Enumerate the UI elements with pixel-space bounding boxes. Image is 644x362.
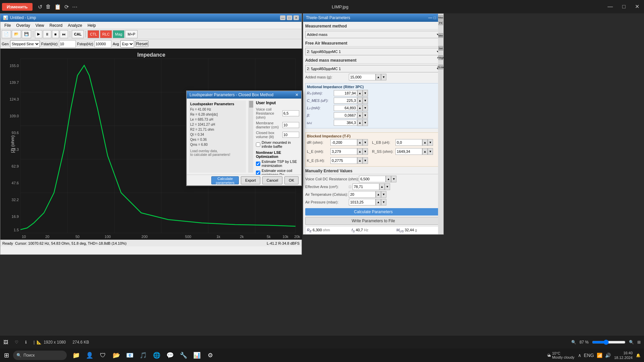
pause-button[interactable]: ⏸ [43, 30, 51, 38]
open-button[interactable]: 📂 [12, 30, 21, 38]
fstart-input[interactable] [59, 40, 76, 48]
closed-box-input[interactable] [282, 132, 299, 138]
rss-input[interactable] [395, 148, 422, 155]
taskbar-app5[interactable]: ⚙ [204, 349, 216, 361]
zoom-slider[interactable] [592, 340, 626, 345]
rss-down[interactable]: ▼ [428, 148, 433, 155]
leb-up[interactable]: ▲ [422, 139, 428, 146]
driver-baffle-checkbox[interactable] [256, 142, 260, 147]
more-icon[interactable]: ⋯ [72, 4, 77, 10]
air-pressure-input[interactable] [349, 199, 376, 205]
limp-minimize[interactable]: — [280, 15, 285, 20]
dr-up[interactable]: ▲ [357, 139, 363, 146]
mp-button[interactable]: M+P [125, 30, 138, 38]
maximize-button[interactable]: □ [618, 0, 630, 13]
estimate-tsp-checkbox[interactable] [256, 162, 260, 166]
membrane-input[interactable] [282, 122, 299, 128]
limp-maximize[interactable]: □ [287, 15, 292, 20]
tray-chevron[interactable]: ∧ [578, 353, 581, 358]
ts-minimize[interactable]: — [428, 15, 432, 20]
ok-button[interactable]: OK [284, 176, 299, 184]
taskbar-app2[interactable]: 💬 [164, 349, 176, 361]
calculate-params-button[interactable]: Calculateparameters [211, 176, 239, 184]
lsp-scrollbar[interactable] [249, 101, 253, 173]
added-mass-up[interactable]: ▲ [376, 74, 381, 80]
avg-select[interactable]: Exp [120, 40, 134, 48]
tray-wifi[interactable]: 📶 [597, 353, 602, 358]
zoom-in-icon[interactable]: 🔍 [629, 340, 634, 345]
l0-input[interactable] [334, 105, 357, 111]
menu-file[interactable]: File [2, 22, 13, 29]
voice-coil-dc-input[interactable] [359, 176, 386, 182]
added-mass-g-input[interactable] [349, 74, 376, 80]
air-temp-input[interactable] [349, 191, 376, 198]
rotate-icon[interactable]: ⟳ [64, 4, 69, 10]
delete-icon[interactable]: 🗑 [46, 4, 51, 10]
le-up[interactable]: ▲ [357, 148, 363, 155]
free-air-select[interactable]: 2: 5дройБ0рднМС 1 [305, 48, 441, 55]
lsp-close-btn[interactable]: ✕ [295, 93, 299, 97]
menu-record[interactable]: Record [47, 22, 65, 29]
rlc-button[interactable]: RLC [100, 30, 112, 38]
minimize-button[interactable]: — [603, 0, 618, 13]
cmes-input[interactable] [334, 98, 357, 104]
fit-button[interactable]: Fit [438, 22, 443, 25]
ke-down[interactable]: ▼ [363, 157, 368, 164]
ke-up[interactable]: ▲ [357, 157, 363, 164]
voice-coil-input[interactable] [282, 110, 299, 116]
r0-up[interactable]: ▲ [357, 90, 363, 97]
change-button[interactable]: Изменить [2, 3, 33, 11]
taskbar-explorer[interactable]: 📁 [70, 349, 82, 361]
cmes-up[interactable]: ▲ [357, 97, 363, 104]
omega-down[interactable]: ▼ [363, 119, 368, 126]
record-button[interactable]: ▶ [35, 30, 42, 38]
heart-icon[interactable]: ♡ [15, 340, 18, 345]
taskbar-user[interactable]: 👤 [84, 349, 96, 361]
new-button[interactable]: 📄 [2, 30, 11, 38]
dr-input[interactable] [330, 139, 357, 146]
tray-volume[interactable]: 🔊 [605, 353, 611, 358]
l0-down[interactable]: ▼ [363, 105, 368, 111]
taskbar-app4[interactable]: 📊 [191, 349, 203, 361]
estimate-re-checkbox[interactable] [256, 171, 260, 175]
leb-down[interactable]: ▼ [428, 139, 433, 146]
close-button[interactable]: ✕ [630, 0, 644, 13]
dr-down[interactable]: ▼ [363, 139, 368, 146]
windows-start-button[interactable]: ⊞ [0, 352, 13, 359]
set-button[interactable]: Set [438, 46, 443, 51]
ts-resize[interactable]: □ [434, 15, 436, 20]
air-pressure-down[interactable]: ▼ [381, 199, 386, 205]
beta-down[interactable]: ▼ [363, 112, 368, 119]
omega-input[interactable] [334, 120, 357, 126]
taskbar-app1[interactable]: 🎵 [137, 349, 149, 361]
added-mass-down[interactable]: ▼ [381, 74, 386, 80]
save-button[interactable]: 💾 [22, 30, 31, 38]
le-down[interactable]: ▼ [363, 148, 368, 155]
clock-display[interactable]: 16:40 18.12.2024 [614, 351, 633, 360]
taskbar-app3[interactable]: 🔧 [177, 349, 190, 361]
taskbar-chrome[interactable]: 🌐 [151, 349, 163, 361]
fhigh-button[interactable]: FHigh [438, 55, 443, 60]
taskbar-folder[interactable]: 📂 [110, 349, 122, 361]
reset-button[interactable]: Reset [136, 41, 149, 47]
air-pressure-up[interactable]: ▲ [376, 199, 381, 205]
added-mass-select[interactable]: 2: 5дройБ0рднМС 1 [305, 65, 441, 72]
copy-icon[interactable]: 📋 [54, 4, 61, 10]
taskbar-shield[interactable]: 🛡 [97, 349, 109, 361]
air-temp-down[interactable]: ▼ [381, 191, 386, 198]
r0-input[interactable] [334, 90, 357, 96]
ke-input[interactable] [330, 157, 357, 164]
crl-button[interactable]: CTL [88, 30, 99, 38]
scroll-thumb[interactable] [249, 101, 253, 108]
tray-lang[interactable]: ENG [584, 353, 594, 358]
voice-coil-dc-down[interactable]: ▼ [391, 176, 396, 182]
stop-button[interactable]: ■ [52, 30, 59, 38]
eff-area-up[interactable]: ▲ [379, 183, 385, 190]
leb-input[interactable] [395, 139, 422, 146]
voice-coil-dc-up[interactable]: ▲ [386, 176, 391, 182]
menu-analyze[interactable]: Analyze [65, 22, 85, 29]
fstop-input[interactable] [95, 40, 111, 48]
limp-close[interactable]: ✕ [293, 15, 299, 20]
cmes-down[interactable]: ▼ [363, 97, 368, 104]
menu-help[interactable]: Help [85, 22, 99, 29]
